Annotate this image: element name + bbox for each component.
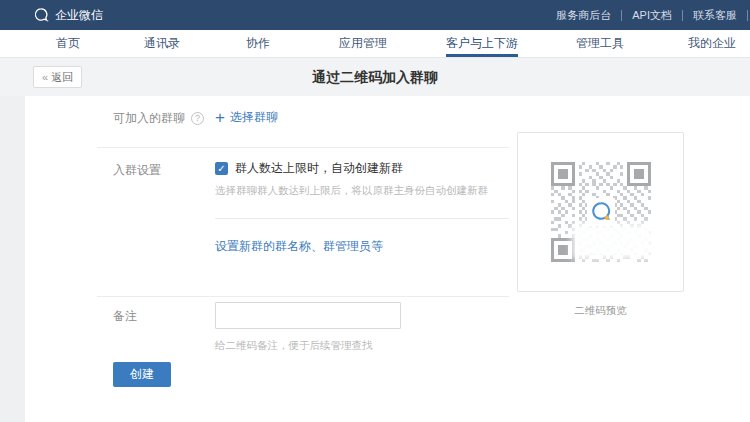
nav-tab-my-enterprise[interactable]: 我的企业 bbox=[688, 30, 736, 57]
nav-tab-app-management[interactable]: 应用管理 bbox=[339, 30, 387, 57]
topbar-link-api-docs[interactable]: API文档 bbox=[622, 10, 683, 21]
plus-icon: + bbox=[215, 110, 225, 125]
wecom-admin-page: 企业微信 服务商后台 API文档 联系客服 首页 通讯录 协作 应用管理 客户与… bbox=[0, 0, 750, 422]
content-card: 可加入的群聊 ? + 选择群聊 入群设置 ✓ 群人数达上限时，自动创建新群 选择… bbox=[25, 96, 750, 422]
topbar-link-provider-console[interactable]: 服务商后台 bbox=[546, 10, 622, 21]
qr-logo-icon bbox=[587, 198, 615, 226]
help-icon[interactable]: ? bbox=[191, 112, 204, 125]
main-nav: 首页 通讯录 协作 应用管理 客户与上下游 管理工具 我的企业 bbox=[0, 30, 750, 58]
wecom-logo[interactable]: 企业微信 bbox=[33, 7, 103, 24]
remark-hint: 给二维码备注，便于后续管理查找 bbox=[215, 339, 373, 353]
auto-create-checkbox[interactable]: ✓ 群人数达上限时，自动创建新群 bbox=[215, 160, 403, 177]
topbar-links: 服务商后台 API文档 联系客服 bbox=[546, 10, 748, 21]
nav-tab-contacts[interactable]: 通讯录 bbox=[144, 30, 180, 57]
create-button[interactable]: 创建 bbox=[113, 362, 171, 387]
checkbox-label: 群人数达上限时，自动创建新群 bbox=[235, 160, 403, 177]
qr-preview-panel bbox=[517, 132, 684, 292]
row-divider bbox=[97, 296, 509, 297]
row-divider bbox=[215, 218, 509, 219]
back-button[interactable]: « 返回 bbox=[33, 66, 82, 88]
checkbox-check-icon[interactable]: ✓ bbox=[215, 162, 228, 175]
wecom-logo-text: 企业微信 bbox=[55, 7, 103, 24]
select-group-link[interactable]: + 选择群聊 bbox=[215, 109, 278, 126]
joinable-group-label: 可加入的群聊 ? bbox=[113, 110, 204, 127]
back-chevron-icon: « bbox=[42, 71, 48, 83]
nav-tab-home[interactable]: 首页 bbox=[56, 30, 80, 57]
new-group-settings-link[interactable]: 设置新群的群名称、群管理员等 bbox=[215, 238, 383, 255]
topbar-link-contact-support[interactable]: 联系客服 bbox=[683, 10, 748, 21]
remark-label: 备注 bbox=[113, 308, 137, 325]
select-group-link-label: 选择群聊 bbox=[230, 109, 278, 126]
nav-tab-customers-suppliers[interactable]: 客户与上下游 bbox=[446, 30, 518, 57]
qr-code-image bbox=[551, 162, 651, 262]
checkbox-description: 选择群聊群人数达到上限后，将以原群主身份自动创建新群 bbox=[215, 184, 488, 198]
join-settings-label: 入群设置 bbox=[113, 162, 161, 179]
nav-tab-management-tools[interactable]: 管理工具 bbox=[576, 30, 624, 57]
page-header: 通过二维码加入群聊 « 返回 bbox=[0, 58, 750, 96]
top-bar: 企业微信 服务商后台 API文档 联系客服 bbox=[0, 0, 750, 30]
back-button-label: 返回 bbox=[51, 70, 73, 85]
qr-caption: 二维码预览 bbox=[517, 304, 684, 318]
qr-blur-overlay bbox=[577, 228, 649, 254]
row-divider bbox=[97, 147, 509, 148]
nav-tab-collaboration[interactable]: 协作 bbox=[246, 30, 270, 57]
page-title: 通过二维码加入群聊 bbox=[0, 58, 750, 96]
remark-input[interactable] bbox=[215, 302, 401, 329]
left-gutter bbox=[0, 96, 25, 422]
page-body: 可加入的群聊 ? + 选择群聊 入群设置 ✓ 群人数达上限时，自动创建新群 选择… bbox=[0, 96, 750, 422]
chat-bubble-icon bbox=[33, 7, 49, 23]
